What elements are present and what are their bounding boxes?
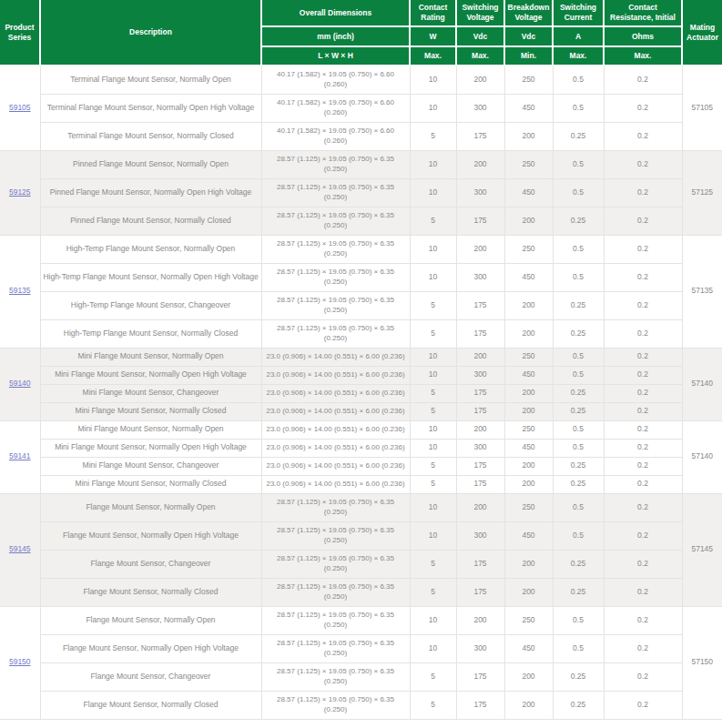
contact-resistance-cell: 0.2 bbox=[604, 691, 682, 719]
switching-current-cell: 0.25 bbox=[553, 122, 604, 150]
breakdown-voltage-cell: 200 bbox=[504, 384, 553, 402]
switching-current-cell: 0.5 bbox=[553, 521, 604, 550]
header-dimensions-limit: L × W × H bbox=[261, 46, 410, 66]
switching-current-cell: 0.5 bbox=[553, 439, 604, 457]
table-row: Flange Mount Sensor, Changeover28.57 (1.… bbox=[0, 662, 722, 691]
breakdown-voltage-cell: 450 bbox=[504, 178, 553, 207]
description-cell: Flange Mount Sensor, Normally Open bbox=[40, 606, 261, 634]
switching-current-cell: 0.5 bbox=[553, 420, 604, 439]
product-spec-table: Product Series Description Overall Dimen… bbox=[0, 0, 722, 720]
contact-rating-cell: 5 bbox=[410, 122, 456, 150]
dimensions-cell: 23.0 (0.906) × 14.00 (0.551) × 6.00 (0.2… bbox=[261, 348, 410, 366]
product-series-link[interactable]: 59125 bbox=[9, 187, 31, 197]
switching-current-cell: 0.25 bbox=[553, 207, 604, 235]
product-series-link[interactable]: 59150 bbox=[9, 657, 31, 666]
breakdown-voltage-cell: 200 bbox=[504, 122, 553, 150]
description-cell: Mini Flange Mount Sensor, Normally Close… bbox=[40, 402, 261, 420]
table-body: 59105Terminal Flange Mount Sensor, Norma… bbox=[0, 66, 722, 719]
contact-resistance-cell: 0.2 bbox=[604, 457, 682, 475]
header-contact-rating-limit: Max. bbox=[410, 46, 456, 66]
switching-current-cell: 0.25 bbox=[553, 319, 604, 348]
switching-voltage-cell: 175 bbox=[456, 122, 504, 150]
header-switching-current: Switching Current bbox=[553, 0, 604, 26]
switching-voltage-cell: 175 bbox=[456, 207, 504, 235]
product-series-cell: 59125 bbox=[0, 150, 40, 235]
switching-current-cell: 0.25 bbox=[553, 291, 604, 319]
contact-resistance-cell: 0.2 bbox=[604, 402, 682, 420]
breakdown-voltage-cell: 450 bbox=[504, 263, 553, 291]
table-row: High-Temp Flange Mount Sensor, Changeove… bbox=[0, 291, 722, 319]
product-series-link[interactable]: 59145 bbox=[9, 544, 31, 553]
contact-resistance-cell: 0.2 bbox=[604, 475, 682, 493]
dimensions-cell: 23.0 (0.906) × 14.00 (0.551) × 6.00 (0.2… bbox=[261, 384, 410, 402]
table-row: Flange Mount Sensor, Normally Closed28.5… bbox=[0, 578, 722, 606]
product-series-link[interactable]: 59105 bbox=[9, 103, 31, 112]
contact-resistance-cell: 0.2 bbox=[604, 578, 682, 606]
dimensions-cell: 23.0 (0.906) × 14.00 (0.551) × 6.00 (0.2… bbox=[261, 439, 410, 457]
contact-resistance-cell: 0.2 bbox=[604, 66, 682, 94]
contact-rating-cell: 10 bbox=[410, 94, 456, 122]
table-row: 59125Pinned Flange Mount Sensor, Normall… bbox=[0, 150, 722, 178]
dimensions-cell: 40.17 (1.582) × 19.05 (0.750) × 6.60 (0.… bbox=[261, 122, 410, 150]
breakdown-voltage-cell: 200 bbox=[504, 291, 553, 319]
switching-current-cell: 0.25 bbox=[553, 550, 604, 578]
header-contact-resistance-unit: Ohms bbox=[604, 26, 682, 46]
description-cell: Mini Flange Mount Sensor, Normally Open … bbox=[40, 366, 261, 384]
switching-voltage-cell: 175 bbox=[456, 578, 504, 606]
breakdown-voltage-cell: 200 bbox=[504, 550, 553, 578]
table-row: High-Temp Flange Mount Sensor, Normally … bbox=[0, 319, 722, 348]
breakdown-voltage-cell: 200 bbox=[504, 578, 553, 606]
mating-actuator-cell: 57125 bbox=[682, 150, 722, 235]
product-series-link[interactable]: 59141 bbox=[9, 451, 31, 460]
contact-rating-cell: 10 bbox=[410, 634, 456, 662]
header-contact-resistance-limit: Max. bbox=[604, 46, 682, 66]
contact-resistance-cell: 0.2 bbox=[604, 420, 682, 439]
switching-current-cell: 0.25 bbox=[553, 384, 604, 402]
header-breakdown-voltage-unit: Vdc bbox=[504, 26, 553, 46]
contact-rating-cell: 10 bbox=[410, 348, 456, 366]
switching-current-cell: 0.25 bbox=[553, 578, 604, 606]
product-series-cell: 59150 bbox=[0, 606, 40, 719]
contact-rating-cell: 10 bbox=[410, 235, 456, 263]
description-cell: Mini Flange Mount Sensor, Normally Open bbox=[40, 420, 261, 439]
breakdown-voltage-cell: 200 bbox=[504, 691, 553, 719]
breakdown-voltage-cell: 200 bbox=[504, 662, 553, 691]
table-row: Mini Flange Mount Sensor, Normally Open … bbox=[0, 439, 722, 457]
table-row: Flange Mount Sensor, Normally Open High … bbox=[0, 634, 722, 662]
switching-voltage-cell: 200 bbox=[456, 348, 504, 366]
product-series-cell: 59141 bbox=[0, 420, 40, 493]
product-series-link[interactable]: 59140 bbox=[9, 379, 31, 388]
switching-voltage-cell: 200 bbox=[456, 235, 504, 263]
switching-voltage-cell: 300 bbox=[456, 263, 504, 291]
switching-current-cell: 0.5 bbox=[553, 94, 604, 122]
table-row: Pinned Flange Mount Sensor, Normally Ope… bbox=[0, 178, 722, 207]
table-row: 59135High-Temp Flange Mount Sensor, Norm… bbox=[0, 235, 722, 263]
description-cell: Flange Mount Sensor, Changeover bbox=[40, 550, 261, 578]
contact-rating-cell: 10 bbox=[410, 178, 456, 207]
product-series-link[interactable]: 59135 bbox=[9, 286, 31, 295]
table-header: Product Series Description Overall Dimen… bbox=[0, 0, 722, 66]
contact-rating-cell: 5 bbox=[410, 662, 456, 691]
contact-resistance-cell: 0.2 bbox=[604, 178, 682, 207]
product-series-cell: 59145 bbox=[0, 493, 40, 606]
contact-rating-cell: 5 bbox=[410, 578, 456, 606]
contact-resistance-cell: 0.2 bbox=[604, 493, 682, 521]
switching-voltage-cell: 300 bbox=[456, 634, 504, 662]
switching-voltage-cell: 200 bbox=[456, 606, 504, 634]
description-cell: Flange Mount Sensor, Normally Open bbox=[40, 493, 261, 521]
contact-resistance-cell: 0.2 bbox=[604, 207, 682, 235]
table-row: Pinned Flange Mount Sensor, Normally Clo… bbox=[0, 207, 722, 235]
header-contact-resistance: Contact Resistance, Initial bbox=[604, 0, 682, 26]
breakdown-voltage-cell: 200 bbox=[504, 475, 553, 493]
description-cell: Flange Mount Sensor, Normally Closed bbox=[40, 578, 261, 606]
header-switching-voltage-limit: Max. bbox=[456, 46, 504, 66]
table-row: 59150Flange Mount Sensor, Normally Open2… bbox=[0, 606, 722, 634]
description-cell: Terminal Flange Mount Sensor, Normally O… bbox=[40, 94, 261, 122]
description-cell: Flange Mount Sensor, Normally Open High … bbox=[40, 521, 261, 550]
breakdown-voltage-cell: 200 bbox=[504, 319, 553, 348]
contact-rating-cell: 10 bbox=[410, 263, 456, 291]
contact-resistance-cell: 0.2 bbox=[604, 263, 682, 291]
contact-resistance-cell: 0.2 bbox=[604, 94, 682, 122]
contact-rating-cell: 5 bbox=[410, 384, 456, 402]
header-overall-dimensions: Overall Dimensions bbox=[261, 0, 410, 26]
